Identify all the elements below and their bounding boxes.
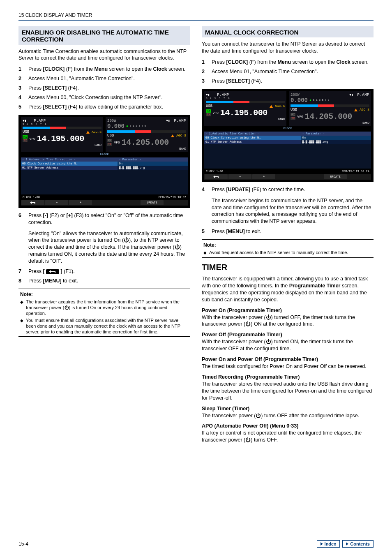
step-text: Press [MENU] to exit. <box>28 278 190 284</box>
step-text: Access Menu 01, "Automatic Time Correcti… <box>212 68 374 75</box>
note-text: You must ensure that all configurations … <box>26 317 189 335</box>
step-text: Press [UPDATE] (F6) to correct the time. <box>212 186 374 193</box>
subsection-text: The transceiver stores the received audi… <box>202 381 374 402</box>
step-list: 1Press [CLOCK] (F) from the Menu screen … <box>18 66 190 110</box>
section-heading: ENABLING OR DISABLING THE AUTOMATIC TIME… <box>22 29 187 43</box>
diamond-icon: ◆ <box>20 317 23 335</box>
chapter-heading: 15 CLOCK DISPLAY AND TIMER <box>18 12 374 18</box>
subsection-text: The timed task configured for Power On a… <box>202 363 374 370</box>
timer-intro: The transceiver is equipped with a timer… <box>202 275 374 303</box>
footer: 15-4 Index Contents <box>18 540 374 548</box>
subsection-heading: Power On (Programmable Timer) <box>202 308 374 313</box>
subsection-text: The transceiver power (⏻) turns OFF afte… <box>202 412 374 419</box>
subsection-heading: Power On and Power Off (Programmable Tim… <box>202 356 374 362</box>
note-box: Note: ◆The transceiver acquires the time… <box>18 289 190 337</box>
warning-icon <box>354 109 357 111</box>
note-box: Note: ◆Avoid frequent access to the NTP … <box>202 239 374 258</box>
back-icon <box>21 200 44 205</box>
chapter-rule <box>18 20 374 21</box>
subsection-text: With the transceiver power (⏻) turned OF… <box>202 314 374 328</box>
back-button-icon <box>46 269 59 274</box>
svg-rect-0 <box>35 202 35 204</box>
step-text: Press [MENU] to exit. <box>212 228 374 235</box>
svg-rect-2 <box>218 176 219 178</box>
triangle-icon <box>346 542 348 546</box>
intro-paragraph: You can connect the transceiver to the N… <box>202 41 374 55</box>
warning-icon <box>270 105 273 108</box>
warning-icon <box>86 131 90 134</box>
subsection-heading: Timed Recording (Programmable Timer) <box>202 374 374 380</box>
warning-icon <box>171 134 174 137</box>
diamond-icon: ◆ <box>203 250 207 256</box>
section-heading: MANUAL CLOCK CORRECTION <box>205 29 370 36</box>
subsection-heading: Sleep Timer (Timer) <box>202 406 374 412</box>
table-row: 00 Clock Correction using the N…On <box>21 162 188 166</box>
step-subtext: The transceiver begins to communicate to… <box>212 197 374 225</box>
subsection-text: With the transceiver power (⏻) turned ON… <box>202 338 374 352</box>
table-row: 00 Clock Correction using the N…On <box>204 136 371 140</box>
step-text: Press [CLOCK] (F) from the Menu screen t… <box>212 59 374 66</box>
main-frequency: 14.195.000 <box>37 134 84 143</box>
signal-meter <box>23 127 101 129</box>
back-icon <box>205 174 228 179</box>
intro-paragraph: Automatic Time Correction enables automa… <box>18 48 190 62</box>
subsection-heading: APO (Automatic Power Off) (Menu 0-33) <box>202 423 374 429</box>
table-row: 01 NTP Server Address▓.▓.▓▓▓.▓▓▓.org <box>21 166 188 170</box>
subsection-text: If a key or control is not operated unti… <box>202 430 374 444</box>
step-text: Press [SELECT] (F4). <box>28 85 190 92</box>
step-text: Press [-] (F2) or [+] (F3) to select "On… <box>28 212 190 226</box>
subsection-heading: Power Off (Programmable Timer) <box>202 332 374 338</box>
note-text: Avoid frequent access to the NTP server … <box>209 250 348 256</box>
antenna-icon: ▼▮ <box>206 93 210 97</box>
sub-frequency: 14.205.000 <box>122 138 169 147</box>
step-text: Press [ ] (F1). <box>28 268 190 275</box>
radio-screenshot: ▼▮ P.AMP S 1 3 5 7 9 USB AGC-S RXTX VFO … <box>202 89 374 182</box>
step-text: Access Menu 01, "Automatic Time Correcti… <box>28 75 190 82</box>
contents-link[interactable]: Contents <box>342 540 374 548</box>
index-link[interactable]: Index <box>317 540 340 548</box>
step-list: 4Press [UPDATE] (F6) to correct the time… <box>202 186 374 193</box>
note-text: The transceiver acquires the time inform… <box>26 299 189 317</box>
step-text: Access Menu 00, "Clock Correction using … <box>28 94 190 101</box>
step-list: 6Press [-] (F2) or [+] (F3) to select "O… <box>18 212 190 226</box>
section-heading-box: ENABLING OR DISABLING THE AUTOMATIC TIME… <box>18 26 190 45</box>
page-number: 15-4 <box>18 541 28 547</box>
table-row: 01 NTP Server Address▓.▓.▓▓▓.▓▓▓.org <box>204 140 371 144</box>
triangle-icon <box>321 542 323 546</box>
step-subtext: Selecting "On" allows the transceiver to… <box>28 230 190 265</box>
step-text: Press [CLOCK] (F) from the Menu screen t… <box>28 66 190 73</box>
step-text: Press [SELECT] (F4). <box>212 78 374 85</box>
antenna-icon: ▼▮ <box>23 119 27 123</box>
left-column: ENABLING OR DISABLING THE AUTOMATIC TIME… <box>18 26 190 448</box>
diamond-icon: ◆ <box>20 299 23 317</box>
step-list: 7Press [ ] (F1). 8Press [MENU] to exit. <box>18 268 190 284</box>
svg-rect-1 <box>55 271 55 273</box>
right-column: MANUAL CLOCK CORRECTION You can connect … <box>202 26 374 448</box>
section-heading-box: MANUAL CLOCK CORRECTION <box>202 26 374 37</box>
step-text: Press [SELECT] (F4) to allow editing of … <box>28 104 190 111</box>
softkey-row: − + UPDATE <box>204 174 371 180</box>
step-list: 5Press [MENU] to exit. <box>202 228 374 235</box>
softkey-row: − + UPDATE <box>21 200 188 206</box>
radio-screenshot: ▼▮ P.AMP S 1 3 5 7 9 USB AGC-S RXTX VFO … <box>18 115 190 208</box>
section-title: TIMER <box>202 263 374 272</box>
step-list: 1Press [CLOCK] (F) from the Menu screen … <box>202 59 374 85</box>
